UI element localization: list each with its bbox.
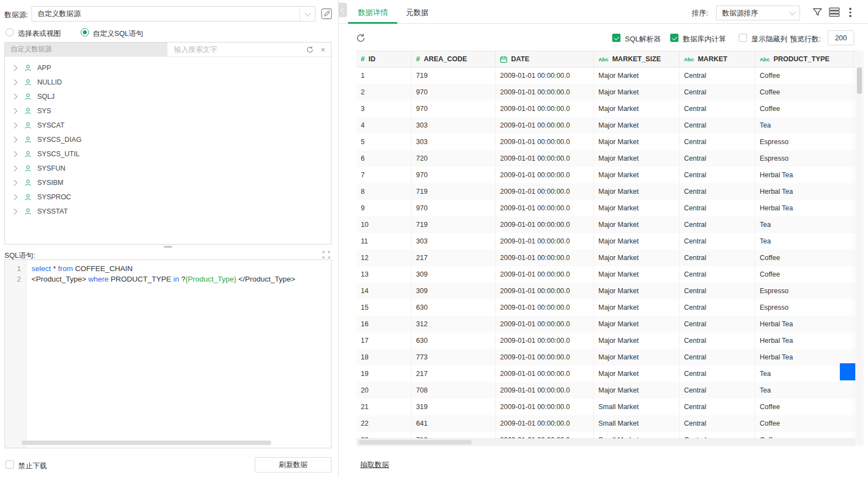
table-hscrollbar-thumb[interactable] (359, 440, 472, 444)
table-cell[interactable]: Central (680, 150, 755, 167)
search-input[interactable] (167, 45, 306, 54)
table-cell[interactable]: Major Market (594, 250, 680, 266)
tree-item-syscs_util[interactable]: SYSCS_UTIL (5, 147, 331, 161)
table-cell[interactable]: 4 (356, 117, 412, 134)
table-cell[interactable]: Major Market (594, 183, 680, 200)
table-cell[interactable]: Central (680, 399, 755, 415)
table-cell[interactable]: Central (680, 200, 755, 216)
table-cell[interactable]: Central (680, 283, 755, 299)
table-cell[interactable]: Major Market (594, 283, 680, 299)
table-cell[interactable]: 2009-01-01 00:00:00.0 (496, 250, 594, 266)
tree-item-sysibm[interactable]: SYSIBM (5, 176, 331, 190)
table-cell[interactable]: 719 (412, 216, 496, 233)
table-cell[interactable]: 2009-01-01 00:00:00.0 (496, 150, 594, 167)
table-row[interactable]: 176302009-01-01 00:00:00.0Major MarketCe… (356, 332, 855, 349)
table-cell[interactable]: Central (680, 84, 755, 100)
tree-item-syscs_diag[interactable]: SYSCS_DIAG (5, 132, 331, 147)
chevron-right-icon[interactable] (11, 80, 17, 86)
table-cell[interactable]: 2009-01-01 00:00:00.0 (496, 283, 594, 299)
table-cell[interactable]: 2009-01-01 00:00:00.0 (496, 167, 594, 183)
table-cell[interactable]: 719 (412, 183, 496, 200)
table-row[interactable]: 187732009-01-01 00:00:00.0Major MarketCe… (356, 349, 855, 365)
table-cell[interactable]: Central (680, 415, 755, 432)
table-vscrollbar-thumb[interactable] (857, 67, 862, 94)
table-cell[interactable]: 18 (356, 349, 412, 365)
table-cell[interactable]: 22 (356, 415, 412, 432)
table-row[interactable]: 39702009-01-01 00:00:00.0Major MarketCen… (356, 100, 855, 117)
tree-item-sysfun[interactable]: SYSFUN (5, 161, 331, 176)
table-cell[interactable]: Tea (755, 365, 854, 382)
table-cell[interactable]: Major Market (594, 100, 680, 117)
table-cell[interactable]: Herbal Tea (755, 349, 854, 365)
sort-select[interactable]: 数据源排序 (716, 6, 800, 20)
more-icon[interactable] (849, 8, 851, 17)
table-cell[interactable]: 719 (412, 67, 496, 84)
table-cell[interactable]: 7 (356, 167, 412, 183)
column-header-market_size[interactable]: AbcMARKET_SIZE (594, 51, 680, 67)
table-cell[interactable]: 303 (412, 134, 496, 150)
table-cell[interactable]: 217 (412, 365, 496, 382)
chevron-right-icon[interactable] (11, 180, 17, 186)
table-cell[interactable]: 13 (356, 266, 412, 283)
table-cell[interactable]: Major Market (594, 233, 680, 250)
table-cell[interactable]: Major Market (594, 299, 680, 316)
chevron-right-icon[interactable] (11, 166, 17, 172)
table-cell[interactable]: 641 (412, 415, 496, 432)
table-cell[interactable]: Central (680, 299, 755, 316)
table-cell[interactable]: Central (680, 349, 755, 365)
table-cell[interactable]: 3 (356, 100, 412, 117)
table-cell[interactable]: 970 (412, 84, 496, 100)
table-cell[interactable]: Central (680, 134, 755, 150)
table-row[interactable]: 107192009-01-01 00:00:00.0Major MarketCe… (356, 216, 855, 233)
table-cell[interactable]: Coffee (755, 399, 854, 415)
table-cell[interactable]: Central (680, 316, 755, 332)
close-icon[interactable]: × (320, 46, 325, 53)
disable-download-checkbox[interactable] (6, 460, 14, 469)
table-cell[interactable]: 1 (356, 67, 412, 84)
panel-resize-handle[interactable] (164, 246, 172, 248)
column-header-area_code[interactable]: #AREA_CODE (412, 51, 496, 67)
table-cell[interactable]: Major Market (594, 134, 680, 150)
table-cell[interactable]: Central (680, 382, 755, 399)
table-row[interactable]: 163122009-01-01 00:00:00.0Major MarketCe… (356, 316, 855, 332)
table-cell[interactable]: 630 (412, 299, 496, 316)
table-cell[interactable]: Central (680, 117, 755, 134)
table-cell[interactable]: Central (680, 365, 755, 382)
table-cell[interactable]: Major Market (594, 216, 680, 233)
table-row[interactable]: 192172009-01-01 00:00:00.0Major MarketCe… (356, 365, 855, 382)
table-cell[interactable]: 2009-01-01 00:00:00.0 (496, 67, 594, 84)
table-cell[interactable]: 2009-01-01 00:00:00.0 (496, 117, 594, 134)
table-cell[interactable]: Coffee (755, 100, 854, 117)
table-cell[interactable]: Small Market (594, 432, 680, 438)
table-cell[interactable]: Central (680, 216, 755, 233)
table-cell[interactable]: Major Market (594, 365, 680, 382)
column-header-id[interactable]: #ID (356, 51, 412, 67)
table-cell[interactable]: Small Market (594, 415, 680, 432)
refresh-icon[interactable] (355, 33, 366, 44)
table-cell[interactable]: 708 (412, 382, 496, 399)
table-cell[interactable]: Espresso (755, 150, 854, 167)
table-cell[interactable]: 21 (356, 399, 412, 415)
table-cell[interactable]: 2009-01-01 00:00:00.0 (496, 332, 594, 349)
table-cell[interactable]: Central (680, 266, 755, 283)
table-cell[interactable]: Coffee (755, 67, 854, 84)
tab-metadata[interactable]: 元数据 (406, 8, 429, 18)
radio-select-table-view[interactable] (6, 28, 14, 36)
table-cell[interactable]: Major Market (594, 84, 680, 100)
table-cell[interactable]: Major Market (594, 200, 680, 216)
table-row[interactable]: 99702009-01-01 00:00:00.0Major MarketCen… (356, 200, 855, 216)
table-cell[interactable]: Espresso (755, 134, 854, 150)
table-cell[interactable]: 2009-01-01 00:00:00.0 (496, 200, 594, 216)
edit-icon[interactable] (320, 7, 333, 20)
tree-item-sysproc[interactable]: SYSPROC (5, 190, 331, 204)
table-cell[interactable]: 9 (356, 200, 412, 216)
table-cell[interactable]: Central (680, 183, 755, 200)
table-row[interactable]: 67202009-01-01 00:00:00.0Major MarketCen… (356, 150, 855, 167)
table-cell[interactable]: 309 (412, 283, 496, 299)
table-row[interactable]: 156302009-01-01 00:00:00.0Major MarketCe… (356, 299, 855, 316)
table-vscrollbar-track[interactable] (855, 51, 864, 446)
table-cell[interactable]: Major Market (594, 150, 680, 167)
table-cell[interactable]: Herbal Tea (755, 316, 854, 332)
table-row[interactable]: 213192009-01-01 00:00:00.0Small MarketCe… (356, 399, 855, 415)
table-row[interactable]: 87192009-01-01 00:00:00.0Major MarketCen… (356, 183, 855, 200)
